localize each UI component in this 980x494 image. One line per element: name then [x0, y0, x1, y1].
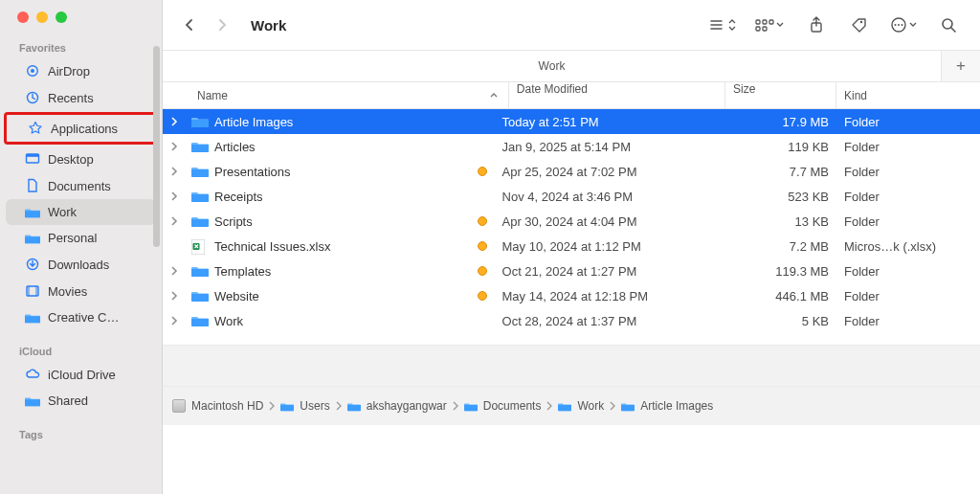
- file-row[interactable]: WorkOct 28, 2024 at 1:37 PM5 KBFolder: [163, 308, 980, 333]
- sidebar-item-label: Downloads: [48, 258, 109, 272]
- tag-indicator-icon: [478, 291, 487, 301]
- file-row[interactable]: TemplatesOct 21, 2024 at 1:27 PM119.3 MB…: [163, 258, 980, 283]
- sidebar-item-documents[interactable]: Documents: [6, 172, 156, 199]
- disclosure-chevron-icon[interactable]: [170, 191, 186, 201]
- new-tab-button[interactable]: +: [942, 51, 980, 81]
- file-row[interactable]: ReceiptsNov 4, 2024 at 3:46 PM523 KBFold…: [163, 184, 980, 209]
- chevron-updown-icon: [728, 19, 736, 31]
- disclosure-chevron-icon[interactable]: [170, 291, 186, 301]
- sidebar-item-movies[interactable]: Movies: [6, 278, 156, 304]
- file-size: 523 KB: [725, 190, 836, 204]
- file-size: 7.2 MB: [725, 239, 836, 254]
- cloud-icon: [25, 367, 40, 382]
- file-size: 119 KB: [725, 140, 836, 154]
- sidebar-item-label: iCloud Drive: [48, 368, 116, 382]
- column-header-size[interactable]: Size: [725, 82, 836, 108]
- file-date: Oct 21, 2024 at 1:27 PM: [495, 264, 725, 279]
- back-button[interactable]: [178, 13, 201, 36]
- path-segment[interactable]: Documents: [464, 399, 542, 413]
- sidebar: Favorites AirDrop Recents Applications: [0, 0, 163, 494]
- minimize-window-button[interactable]: [36, 11, 48, 23]
- group-by-button[interactable]: [748, 13, 791, 36]
- path-label: Article Images: [640, 399, 713, 413]
- path-segment[interactable]: Users: [280, 399, 329, 413]
- document-icon: [25, 178, 40, 193]
- folder-icon: [191, 115, 209, 128]
- sidebar-item-personal[interactable]: Personal: [6, 225, 156, 251]
- tags-button[interactable]: [842, 13, 875, 36]
- forward-button[interactable]: [211, 13, 234, 36]
- file-row[interactable]: ScriptsApr 30, 2024 at 4:04 PM13 KBFolde…: [163, 209, 980, 234]
- file-size: 446.1 MB: [725, 289, 836, 303]
- file-date: Apr 30, 2024 at 4:04 PM: [495, 214, 725, 229]
- sidebar-item-label: Desktop: [48, 152, 94, 167]
- sidebar-item-desktop[interactable]: Desktop: [6, 146, 156, 172]
- tag-indicator-icon: [478, 266, 487, 276]
- column-header-label: Size: [733, 82, 755, 96]
- tab-work[interactable]: Work: [163, 51, 942, 81]
- view-mode-button[interactable]: [706, 13, 739, 36]
- sidebar-item-icloud-drive[interactable]: iCloud Drive: [6, 361, 156, 388]
- sort-indicator-icon: [489, 92, 499, 100]
- folder-icon: [191, 214, 209, 228]
- folder-icon: [191, 314, 209, 327]
- folder-icon: [464, 401, 478, 412]
- file-row[interactable]: PresentationsApr 25, 2024 at 7:02 PM7.7 …: [163, 159, 980, 184]
- svg-rect-10: [763, 20, 767, 24]
- sidebar-item-shared[interactable]: Shared: [6, 388, 156, 414]
- path-segment[interactable]: Macintosh HD: [172, 399, 263, 413]
- sidebar-item-label: Recents: [48, 91, 94, 105]
- disclosure-chevron-icon[interactable]: [170, 316, 186, 326]
- file-date: May 10, 2024 at 1:12 PM: [495, 239, 725, 254]
- sidebar-item-work[interactable]: Work: [6, 199, 156, 225]
- file-date: Apr 25, 2024 at 7:02 PM: [495, 165, 725, 179]
- file-list: Article ImagesToday at 2:51 PM17.9 MBFol…: [163, 109, 980, 333]
- zoom-window-button[interactable]: [56, 11, 67, 23]
- file-kind: Folder: [836, 140, 980, 154]
- column-header-date[interactable]: Date Modified: [509, 82, 725, 108]
- path-separator-icon: [610, 401, 615, 411]
- empty-space: [163, 345, 980, 387]
- file-row[interactable]: ArticlesJan 9, 2025 at 5:14 PM119 KBFold…: [163, 134, 980, 159]
- file-date: Oct 28, 2024 at 1:37 PM: [495, 314, 725, 328]
- path-segment[interactable]: Article Images: [621, 399, 713, 413]
- file-row[interactable]: WebsiteMay 14, 2024 at 12:18 PM446.1 MBF…: [163, 283, 980, 308]
- main-panel: Work: [163, 0, 980, 494]
- search-button[interactable]: [932, 13, 965, 36]
- column-header-name[interactable]: Name: [163, 82, 509, 108]
- highlight-annotation: Applications: [4, 112, 158, 145]
- folder-icon: [25, 206, 40, 219]
- disclosure-chevron-icon[interactable]: [170, 142, 186, 151]
- disclosure-chevron-icon[interactable]: [170, 167, 186, 176]
- file-row[interactable]: Technical Issues.xlsxMay 10, 2024 at 1:1…: [163, 234, 980, 258]
- file-name: Presentations: [214, 165, 291, 179]
- path-label: Users: [300, 399, 329, 413]
- sidebar-item-applications[interactable]: Applications: [9, 115, 153, 142]
- share-button[interactable]: [800, 13, 833, 36]
- disclosure-chevron-icon[interactable]: [170, 216, 186, 226]
- disclosure-chevron-icon[interactable]: [170, 266, 186, 276]
- close-window-button[interactable]: [17, 11, 29, 23]
- column-header-kind[interactable]: Kind: [836, 89, 980, 102]
- tab-bar: Work +: [163, 50, 980, 82]
- sidebar-scrollbar[interactable]: [153, 46, 160, 247]
- file-size: 13 KB: [725, 214, 836, 229]
- svg-rect-12: [756, 27, 760, 31]
- disclosure-chevron-icon[interactable]: [170, 117, 186, 126]
- sidebar-section-favorites: Favorites: [0, 36, 162, 57]
- folder-icon: [558, 401, 571, 412]
- file-kind: Folder: [836, 115, 980, 129]
- folder-icon: [191, 140, 209, 153]
- file-name: Website: [214, 289, 259, 303]
- folder-icon: [25, 232, 40, 245]
- sidebar-item-recents[interactable]: Recents: [6, 84, 156, 111]
- file-date: May 14, 2024 at 12:18 PM: [495, 289, 725, 303]
- sidebar-item-label: Documents: [48, 179, 111, 193]
- sidebar-item-downloads[interactable]: Downloads: [6, 251, 156, 278]
- file-row[interactable]: Article ImagesToday at 2:51 PM17.9 MBFol…: [163, 109, 980, 134]
- action-menu-button[interactable]: [884, 13, 923, 36]
- sidebar-item-airdrop[interactable]: AirDrop: [6, 57, 156, 84]
- path-segment[interactable]: Work: [558, 399, 604, 413]
- path-segment[interactable]: akshaygangwar: [347, 399, 447, 413]
- sidebar-item-creative-cloud[interactable]: Creative C…: [6, 304, 156, 330]
